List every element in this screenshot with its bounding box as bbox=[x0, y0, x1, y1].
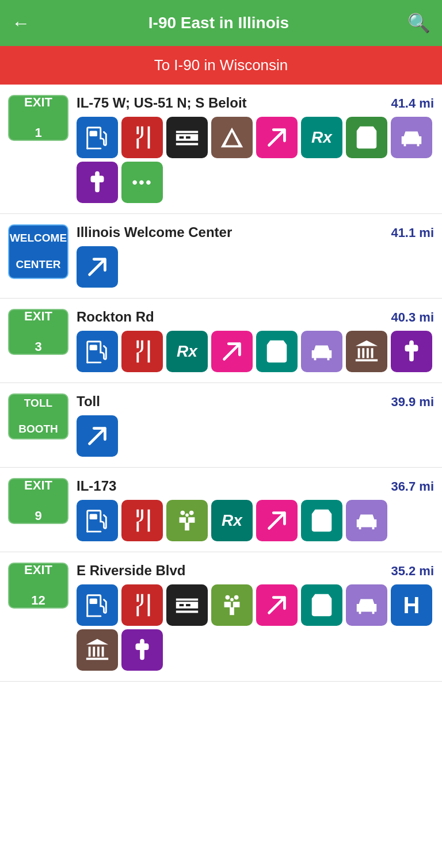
svg-rect-14 bbox=[90, 599, 97, 605]
entry-exit9[interactable]: EXIT9IL-17336.7 mi Rx bbox=[0, 468, 442, 552]
info-arrow-icon[interactable] bbox=[77, 415, 118, 457]
museum-icon[interactable] bbox=[346, 331, 387, 372]
entry-name-exit9: IL-173 bbox=[77, 478, 116, 494]
info-icon[interactable] bbox=[256, 584, 298, 626]
badge-exit9: EXIT9 bbox=[8, 478, 68, 524]
search-button[interactable]: 🔍 bbox=[407, 12, 430, 34]
entry-toll[interactable]: TOLLBOOTHToll39.9 mi bbox=[0, 383, 442, 468]
info-icon[interactable] bbox=[211, 331, 253, 372]
family-icon[interactable] bbox=[211, 584, 253, 626]
pharmacy-icon[interactable]: Rx bbox=[166, 331, 208, 372]
food-icon[interactable] bbox=[121, 331, 163, 372]
svg-point-15 bbox=[226, 595, 230, 600]
badge-exit3: EXIT3 bbox=[8, 309, 68, 355]
page-title: I-90 East in Illinois bbox=[30, 14, 407, 32]
content-exit3: Rockton Rd40.3 mi Rx bbox=[77, 309, 434, 372]
entry-miles-exit12: 35.2 mi bbox=[391, 564, 434, 579]
entry-name-exit1: IL-75 W; US-51 N; S Beloit bbox=[77, 95, 247, 111]
svg-point-9 bbox=[181, 511, 185, 515]
back-button[interactable]: ← bbox=[12, 13, 30, 34]
lodging-icon[interactable] bbox=[166, 117, 208, 158]
entry-miles-welcome: 41.1 mi bbox=[391, 225, 434, 240]
entry-miles-exit9: 36.7 mi bbox=[391, 479, 434, 494]
entries-list: EXIT1IL-75 W; US-51 N; S Beloit41.4 mi R… bbox=[0, 85, 442, 682]
entry-exit12[interactable]: EXIT12E Riverside Blvd35.2 mi bbox=[0, 552, 442, 682]
svg-point-16 bbox=[234, 595, 239, 600]
pharmacy-icon[interactable]: Rx bbox=[211, 500, 253, 541]
badge-welcome: WELCOMECENTER bbox=[8, 224, 68, 279]
badge-exit1: EXIT1 bbox=[8, 95, 68, 141]
family-icon[interactable] bbox=[166, 500, 208, 541]
svg-point-10 bbox=[189, 511, 194, 515]
route-banner: To I-90 in Wisconsin bbox=[0, 46, 442, 85]
svg-point-17 bbox=[230, 598, 234, 602]
shopping-icon[interactable] bbox=[301, 500, 342, 541]
entry-name-exit12: E Riverside Blvd bbox=[77, 563, 185, 579]
content-exit12: E Riverside Blvd35.2 mi H bbox=[77, 563, 434, 671]
icons-grid-exit12: H bbox=[77, 584, 434, 671]
entry-welcome[interactable]: WELCOMECENTERIllinois Welcome Center41.1… bbox=[0, 214, 442, 299]
vet-icon[interactable] bbox=[391, 331, 432, 372]
entry-name-toll: Toll bbox=[77, 393, 100, 410]
content-exit9: IL-17336.7 mi Rx bbox=[77, 478, 434, 541]
gas-icon[interactable] bbox=[77, 117, 118, 158]
entry-miles-exit3: 40.3 mi bbox=[391, 310, 434, 325]
content-exit1: IL-75 W; US-51 N; S Beloit41.4 mi Rx • bbox=[77, 95, 434, 203]
auto-icon[interactable] bbox=[391, 117, 432, 158]
info-icon[interactable] bbox=[256, 500, 298, 541]
icons-grid-exit1: Rx ••• bbox=[77, 117, 434, 203]
lodging-icon[interactable] bbox=[166, 584, 208, 626]
hospital-icon[interactable]: H bbox=[391, 584, 432, 626]
info-arrow-icon[interactable] bbox=[77, 246, 118, 288]
icons-grid-exit3: Rx bbox=[77, 331, 434, 372]
badge-exit12: EXIT12 bbox=[8, 563, 68, 609]
more-icon[interactable]: ••• bbox=[121, 162, 163, 203]
auto-icon[interactable] bbox=[346, 584, 387, 626]
shopping-icon[interactable] bbox=[346, 117, 387, 158]
shopping-icon[interactable] bbox=[301, 584, 342, 626]
pharmacy-icon[interactable]: Rx bbox=[301, 117, 342, 158]
entry-miles-exit1: 41.4 mi bbox=[391, 96, 434, 111]
info-icon[interactable] bbox=[256, 117, 298, 158]
food-icon[interactable] bbox=[121, 584, 163, 626]
entry-name-exit3: Rockton Rd bbox=[77, 309, 154, 325]
icons-grid-toll bbox=[77, 415, 434, 457]
content-toll: Toll39.9 mi bbox=[77, 393, 434, 457]
entry-name-welcome: Illinois Welcome Center bbox=[77, 224, 232, 240]
icons-grid-exit9: Rx bbox=[77, 500, 434, 541]
auto-icon[interactable] bbox=[301, 331, 342, 372]
svg-rect-8 bbox=[90, 514, 97, 520]
entry-miles-toll: 39.9 mi bbox=[391, 395, 434, 410]
food-icon[interactable] bbox=[121, 500, 163, 541]
svg-point-11 bbox=[185, 514, 189, 517]
gas-icon[interactable] bbox=[77, 584, 118, 626]
food-icon[interactable] bbox=[121, 117, 163, 158]
camping-icon[interactable] bbox=[211, 117, 253, 158]
auto-icon[interactable] bbox=[346, 500, 387, 541]
vet-icon[interactable] bbox=[77, 162, 118, 203]
vet-icon[interactable] bbox=[121, 629, 163, 671]
shopping-icon[interactable] bbox=[256, 331, 298, 372]
icons-grid-welcome bbox=[77, 246, 434, 288]
badge-toll: TOLLBOOTH bbox=[8, 393, 68, 439]
content-welcome: Illinois Welcome Center41.1 mi bbox=[77, 224, 434, 288]
svg-rect-4 bbox=[90, 345, 97, 351]
entry-exit3[interactable]: EXIT3Rockton Rd40.3 mi Rx bbox=[0, 299, 442, 383]
svg-rect-0 bbox=[90, 131, 97, 137]
entry-exit1[interactable]: EXIT1IL-75 W; US-51 N; S Beloit41.4 mi R… bbox=[0, 85, 442, 214]
gas-icon[interactable] bbox=[77, 500, 118, 541]
gas-icon[interactable] bbox=[77, 331, 118, 372]
museum-icon[interactable] bbox=[77, 629, 118, 671]
app-header: ← I-90 East in Illinois 🔍 bbox=[0, 0, 442, 46]
